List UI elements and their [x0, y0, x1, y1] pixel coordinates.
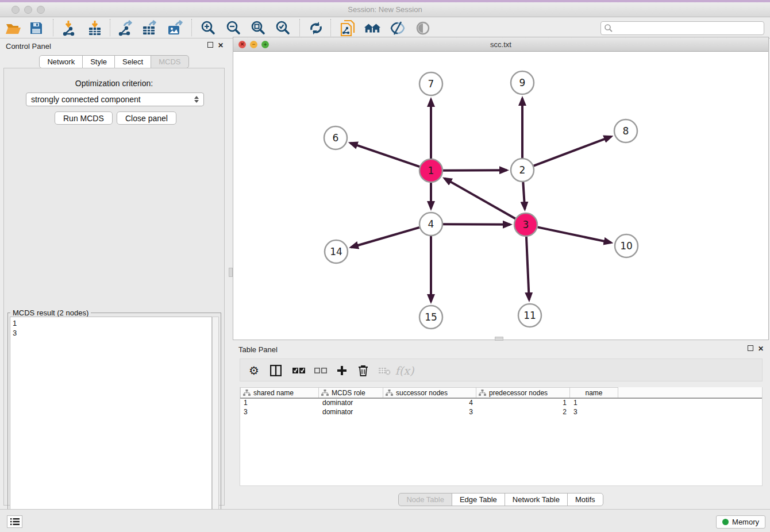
first-neighbors-icon[interactable]: [364, 20, 381, 37]
search-field[interactable]: [600, 21, 764, 35]
deselect-all-rows-icon[interactable]: [313, 363, 329, 379]
edge-3-to-11[interactable]: [526, 237, 529, 300]
table-row[interactable]: 1dominator411: [240, 399, 762, 408]
cell-MCDS-role[interactable]: dominator: [319, 399, 383, 408]
column-header-shared-name[interactable]: shared name: [240, 387, 319, 398]
sort-icon: [321, 390, 329, 396]
select-all-rows-icon[interactable]: [291, 363, 307, 379]
table-header-row: shared nameMCDS rolesuccessor nodesprede…: [240, 387, 762, 399]
table-tab-edge-table[interactable]: Edge Table: [452, 493, 505, 506]
edge-2-to-3[interactable]: [523, 182, 525, 209]
edge-2-to-8[interactable]: [534, 137, 611, 166]
node-1[interactable]: 1: [419, 159, 442, 182]
column-header-successor-nodes[interactable]: successor nodes: [383, 387, 476, 398]
close-panel-button[interactable]: Close panel: [117, 111, 176, 125]
import-table-icon[interactable]: [86, 20, 103, 37]
memory-button[interactable]: Memory: [716, 515, 765, 529]
export-image-icon[interactable]: [167, 20, 184, 37]
node-6[interactable]: 6: [324, 126, 347, 149]
cell-name[interactable]: 1: [570, 399, 618, 408]
open-session-icon[interactable]: [5, 20, 22, 37]
control-tab-mcds: MCDS: [151, 55, 188, 68]
cell-successor-nodes[interactable]: 4: [383, 399, 476, 408]
table-row[interactable]: 3dominator323: [240, 408, 762, 417]
new-network-from-selection-icon[interactable]: [338, 20, 356, 37]
list-icon: [10, 518, 20, 526]
node-3[interactable]: 3: [514, 213, 537, 236]
cell-predecessor-nodes[interactable]: 2: [476, 408, 570, 417]
control-panel: Control Panel ✕ NetworkStyleSelectMCDS O…: [0, 38, 228, 509]
optimization-criterion-label: Optimization criterion:: [4, 79, 224, 88]
mcds-result-text[interactable]: 13: [10, 317, 212, 530]
node-4[interactable]: 4: [419, 213, 442, 236]
gear-icon[interactable]: ⚙: [246, 363, 262, 379]
float-table-panel-icon[interactable]: [747, 345, 754, 352]
save-session-icon[interactable]: [28, 20, 45, 37]
apply-layout-icon[interactable]: [307, 20, 325, 37]
control-tab-network[interactable]: Network: [39, 55, 83, 68]
add-column-icon[interactable]: [334, 363, 350, 379]
sort-icon: [386, 390, 393, 396]
table-tab-network-table[interactable]: Network Table: [505, 493, 568, 506]
show-graphics-details-icon[interactable]: [414, 20, 432, 37]
columns-icon[interactable]: [268, 363, 284, 379]
memory-label: Memory: [732, 518, 759, 526]
table-tab-motifs[interactable]: Motifs: [567, 493, 603, 506]
vertical-splitter-handle[interactable]: [229, 268, 233, 277]
cell-MCDS-role[interactable]: dominator: [319, 408, 383, 417]
column-header-name[interactable]: name: [570, 387, 618, 398]
cell-predecessor-nodes[interactable]: 1: [476, 399, 570, 408]
node-10[interactable]: 10: [615, 234, 638, 257]
node-label: 9: [519, 77, 526, 88]
node-15[interactable]: 15: [419, 306, 442, 329]
export-table-icon[interactable]: [141, 20, 159, 37]
edge-4-to-3[interactable]: [443, 224, 510, 225]
control-tab-select[interactable]: Select: [114, 55, 151, 68]
edge-4-to-14[interactable]: [351, 228, 419, 248]
node-label: 7: [428, 78, 434, 90]
node-8[interactable]: 8: [614, 119, 637, 142]
cell-successor-nodes[interactable]: 3: [383, 408, 476, 417]
network-window-titlebar[interactable]: ✕ − ＋ scc.txt: [233, 37, 768, 52]
network-window-title: scc.txt: [233, 40, 768, 49]
mcds-result-title: MCDS result (2 nodes): [10, 309, 91, 317]
node-11[interactable]: 11: [518, 304, 541, 327]
horizontal-splitter-handle[interactable]: [495, 337, 503, 341]
close-panel-icon[interactable]: ✕: [217, 42, 224, 49]
node-2[interactable]: 2: [511, 159, 534, 182]
close-table-panel-icon[interactable]: ✕: [757, 345, 764, 352]
zoom-selected-icon[interactable]: [274, 20, 291, 37]
column-header-predecessor-nodes[interactable]: predecessor nodes: [476, 387, 570, 398]
column-label: predecessor nodes: [489, 389, 548, 397]
node-7[interactable]: 7: [419, 72, 442, 95]
delete-column-icon[interactable]: [355, 363, 371, 379]
hide-graphics-details-icon[interactable]: [389, 20, 406, 37]
optimization-criterion-select[interactable]: strongly connected component: [26, 92, 204, 106]
node-label: 11: [523, 310, 536, 321]
node-9[interactable]: 9: [511, 71, 534, 94]
network-graph-canvas[interactable]: 7968124314101511: [233, 52, 768, 340]
export-network-icon[interactable]: [117, 20, 134, 37]
sort-icon: [479, 390, 486, 396]
zoom-out-icon[interactable]: [225, 20, 242, 37]
task-history-button[interactable]: [7, 515, 22, 528]
mcds-result-box: MCDS result (2 nodes) 13: [7, 313, 221, 532]
zoom-fit-icon[interactable]: [249, 20, 267, 37]
run-mcds-button[interactable]: Run MCDS: [55, 111, 113, 125]
edge-3-to-1[interactable]: [444, 178, 515, 218]
column-label: shared name: [253, 389, 294, 397]
column-header-MCDS-role[interactable]: MCDS role: [319, 387, 383, 398]
edge-1-to-6[interactable]: [351, 143, 420, 167]
node-14[interactable]: 14: [325, 240, 348, 263]
import-network-icon[interactable]: [60, 20, 77, 37]
float-panel-icon[interactable]: [207, 42, 214, 49]
cell-name[interactable]: 3: [570, 408, 618, 417]
edge-3-to-10[interactable]: [538, 227, 611, 242]
edge-1-to-2[interactable]: [443, 170, 507, 171]
cell-shared-name[interactable]: 1: [240, 399, 319, 408]
zoom-in-icon[interactable]: [199, 20, 217, 37]
search-input[interactable]: [613, 22, 764, 34]
cell-shared-name[interactable]: 3: [240, 408, 319, 417]
control-tab-style[interactable]: Style: [82, 55, 115, 68]
result-scrollbar[interactable]: [212, 317, 219, 530]
